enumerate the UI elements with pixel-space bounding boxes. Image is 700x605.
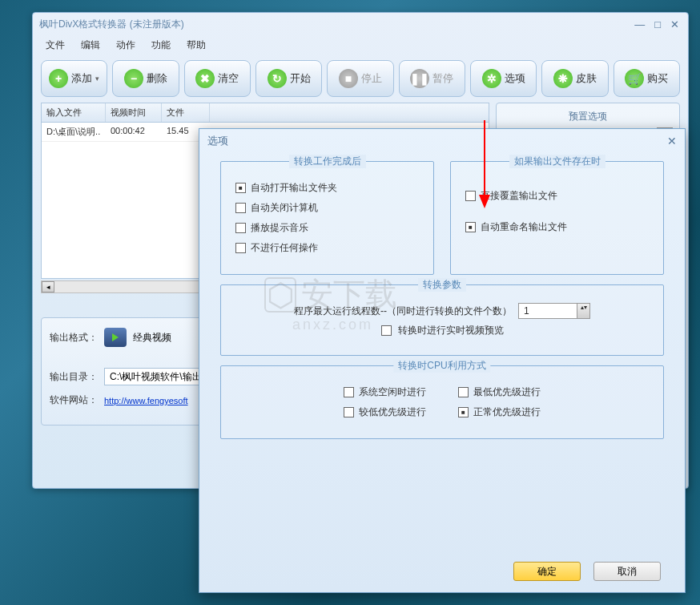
buy-button[interactable]: 🛒购买 bbox=[614, 60, 680, 97]
add-button[interactable]: +添加▾ bbox=[41, 60, 107, 97]
scroll-left-icon[interactable]: ◂ bbox=[42, 281, 54, 292]
threads-label: 程序最大运行线程数--（同时进行转换的文件个数） bbox=[294, 305, 512, 318]
cb-overwrite[interactable] bbox=[465, 191, 476, 201]
window-title: 枫叶DivX格式转换器 (未注册版本) bbox=[39, 18, 184, 31]
website-label: 软件网站： bbox=[50, 393, 98, 407]
minimize-icon[interactable]: — bbox=[632, 18, 647, 30]
titlebar: 枫叶DivX格式转换器 (未注册版本) — □ ✕ bbox=[33, 13, 688, 35]
dialog-title: 选项 bbox=[207, 134, 228, 148]
cb-shutdown[interactable] bbox=[235, 203, 246, 213]
menu-function[interactable]: 功能 bbox=[147, 37, 175, 53]
pause-icon: ❚❚ bbox=[410, 69, 429, 88]
output-format-label: 输出格式： bbox=[50, 331, 98, 345]
threads-spinner[interactable]: 1 ▴▾ bbox=[518, 303, 590, 319]
cb-open-folder[interactable] bbox=[235, 183, 246, 193]
cb-do-nothing[interactable] bbox=[235, 243, 246, 253]
spinner-up-icon[interactable]: ▴▾ bbox=[577, 304, 589, 318]
th-size[interactable]: 文件 bbox=[162, 103, 210, 122]
clear-icon: ✖ bbox=[195, 69, 215, 88]
cart-icon: 🛒 bbox=[625, 69, 644, 88]
dialog-close-icon[interactable]: ✕ bbox=[667, 135, 677, 147]
menu-action[interactable]: 动作 bbox=[111, 37, 140, 53]
cb-cpu-low[interactable] bbox=[344, 407, 354, 417]
close-icon[interactable]: ✕ bbox=[668, 18, 682, 30]
menubar: 文件 编辑 动作 功能 帮助 bbox=[33, 35, 688, 54]
start-button[interactable]: ↻开始 bbox=[255, 60, 322, 97]
stop-button[interactable]: ■停止 bbox=[327, 60, 393, 97]
menu-help[interactable]: 帮助 bbox=[182, 37, 211, 53]
website-link[interactable]: http://www.fengyesoft bbox=[104, 396, 188, 405]
cb-cpu-normal[interactable] bbox=[458, 407, 469, 417]
menu-edit[interactable]: 编辑 bbox=[76, 37, 105, 53]
option-button[interactable]: ✲选项 bbox=[470, 60, 537, 97]
cb-cpu-lowest[interactable] bbox=[458, 387, 469, 397]
preset-title: 预置选项 bbox=[501, 108, 674, 125]
delete-button[interactable]: −删除 bbox=[112, 60, 179, 97]
clear-button[interactable]: ✖清空 bbox=[184, 60, 251, 97]
options-dialog: 选项 ✕ 转换工作完成后 自动打开输出文件夹 自动关闭计算机 播放提示音乐 不进… bbox=[199, 128, 686, 593]
ok-button[interactable]: 确定 bbox=[513, 562, 581, 581]
cb-play-sound[interactable] bbox=[235, 223, 246, 233]
group-file-exists: 如果输出文件存在时 直接覆盖输出文件 自动重命名输出文件 bbox=[450, 161, 664, 275]
th-time[interactable]: 视频时间 bbox=[106, 103, 162, 122]
play-icon bbox=[104, 328, 127, 347]
cb-cpu-idle[interactable] bbox=[344, 387, 354, 397]
skin-button[interactable]: ❋皮肤 bbox=[541, 60, 608, 97]
apple-icon: ❋ bbox=[553, 69, 573, 88]
group-params: 转换参数 程序最大运行线程数--（同时进行转换的文件个数） 1 ▴▾ 转换时进行… bbox=[220, 284, 664, 356]
maximize-icon[interactable]: □ bbox=[652, 18, 663, 30]
cb-realtime-preview[interactable] bbox=[381, 325, 392, 336]
output-dir-label: 输出目录： bbox=[50, 370, 98, 384]
pause-button[interactable]: ❚❚暂停 bbox=[399, 60, 465, 97]
tools-icon: ✲ bbox=[482, 69, 501, 88]
output-format-value[interactable]: 经典视频 bbox=[133, 331, 171, 345]
refresh-icon: ↻ bbox=[268, 69, 287, 88]
minus-icon: − bbox=[124, 69, 143, 88]
menu-file[interactable]: 文件 bbox=[41, 37, 70, 53]
cb-rename[interactable] bbox=[465, 222, 476, 232]
plus-icon: + bbox=[49, 69, 68, 88]
stop-icon: ■ bbox=[339, 69, 358, 88]
group-cpu: 转换时CPU利用方式 系统空闲时进行 较低优先级进行 最低优先级进行 正常优先级… bbox=[220, 365, 664, 439]
th-input[interactable]: 输入文件 bbox=[42, 103, 106, 122]
toolbar: +添加▾ −删除 ✖清空 ↻开始 ■停止 ❚❚暂停 ✲选项 ❋皮肤 🛒购买 bbox=[33, 54, 688, 103]
cancel-button[interactable]: 取消 bbox=[593, 562, 661, 581]
group-after-convert: 转换工作完成后 自动打开输出文件夹 自动关闭计算机 播放提示音乐 不进行任何操作 bbox=[220, 161, 434, 275]
